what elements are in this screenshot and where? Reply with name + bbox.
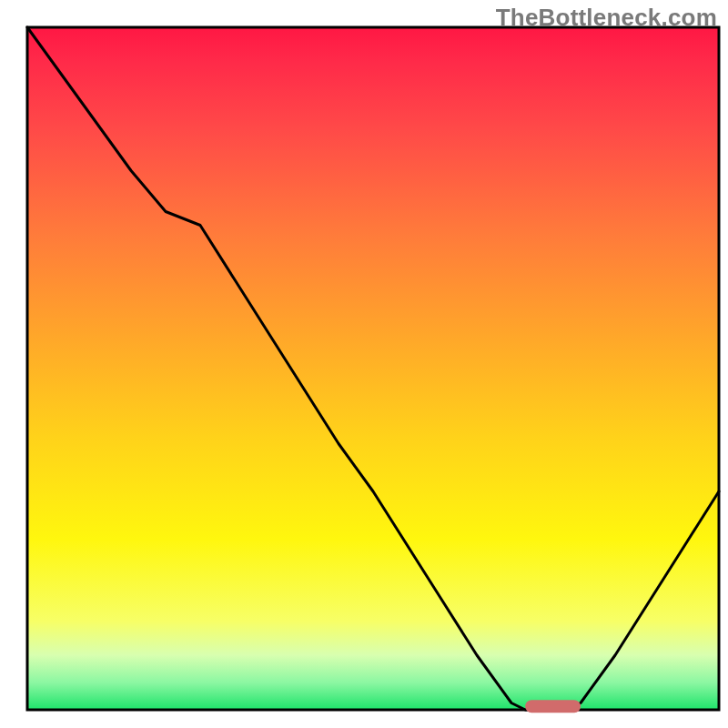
chart-svg (0, 0, 728, 728)
bottleneck-chart: TheBottleneck.com (0, 0, 728, 728)
optimal-range-marker (525, 700, 581, 713)
gradient-background (27, 27, 719, 710)
watermark-label: TheBottleneck.com (496, 4, 717, 32)
